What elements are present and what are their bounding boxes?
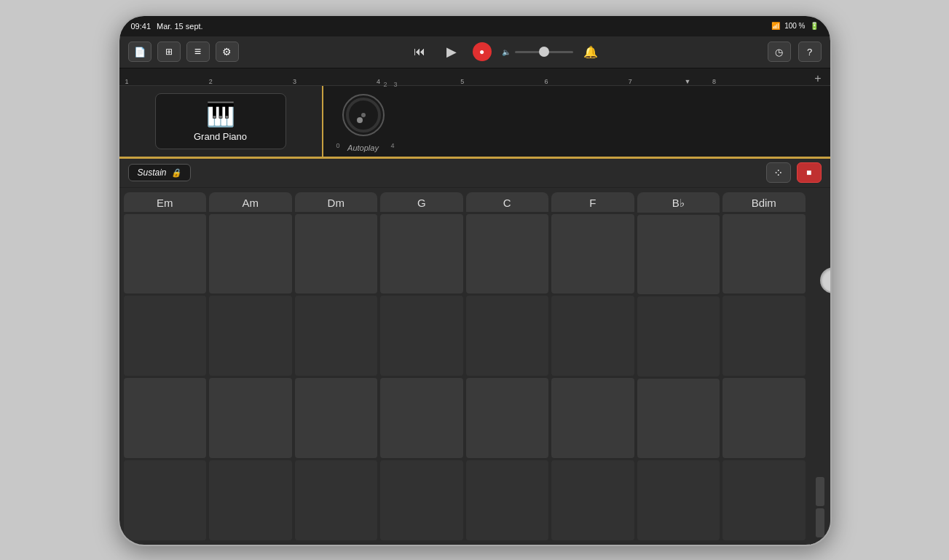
sustain-button[interactable]: Sustain 🔒: [128, 164, 191, 181]
tempo-icon: ◷: [775, 47, 783, 58]
chord-pad-c-4[interactable]: [466, 460, 549, 540]
lock-icon: 🔒: [171, 168, 181, 178]
autoplay-label: Autoplay: [347, 143, 379, 152]
chord-label-f: F: [551, 192, 634, 212]
chord-strip-c[interactable]: C: [466, 192, 549, 540]
knob-label-4: 4: [390, 142, 394, 149]
status-bar: 09:41 Mar. 15 sept. 📶 100 % 🔋: [119, 16, 830, 36]
instrument-name: Grand Piano: [194, 131, 247, 142]
chord-pad-dm-3[interactable]: [295, 378, 378, 458]
chord-pad-g-2[interactable]: [380, 296, 463, 376]
playhead-marker: ▼: [685, 78, 691, 85]
chord-pad-dm-1[interactable]: [295, 214, 378, 294]
autoplay-knob[interactable]: 2 3 0 4: [338, 90, 389, 141]
chord-pad-c-2[interactable]: [466, 296, 549, 376]
scroll-panel: [810, 188, 830, 545]
chord-pad-bb-1[interactable]: [637, 215, 720, 295]
knob-label-3: 3: [393, 81, 397, 88]
play-button[interactable]: ▶: [441, 41, 462, 63]
rewind-button[interactable]: ⏮: [409, 41, 430, 63]
chord-pad-g-3[interactable]: [380, 378, 463, 458]
add-section-button[interactable]: +: [814, 72, 821, 85]
chord-strip-em[interactable]: Em: [124, 192, 207, 540]
chord-pad-bdim-2[interactable]: [722, 296, 806, 376]
svg-point-3: [361, 113, 366, 117]
ruler-mark-8: 8: [712, 78, 716, 85]
status-time: 09:41: [131, 22, 151, 31]
chord-pad-g-4[interactable]: [380, 460, 463, 540]
chord-strip-g[interactable]: G: [380, 192, 463, 540]
tracks-icon: ⊞: [165, 47, 173, 57]
volume-control[interactable]: 🔈: [502, 48, 573, 56]
svg-point-2: [357, 117, 363, 123]
chord-pad-am-4[interactable]: [209, 460, 292, 540]
ipad-frame: 09:41 Mar. 15 sept. 📶 100 % 🔋 📄 ⊞ ≡ ⚙ ⏮: [118, 15, 832, 546]
instrument-selector[interactable]: 🎹 Grand Piano: [155, 93, 286, 149]
chord-label-em: Em: [124, 192, 207, 212]
battery-percent: 100 %: [784, 22, 805, 30]
toolbar: 📄 ⊞ ≡ ⚙ ⏮ ▶ ● 🔈 🔔: [119, 36, 830, 68]
scroll-indicator-1: [816, 477, 824, 506]
ruler-mark-1: 1: [125, 78, 129, 85]
chord-pad-f-2[interactable]: [551, 296, 634, 376]
tracks-button[interactable]: ⊞: [157, 42, 181, 62]
strip-record-icon: ■: [806, 167, 811, 178]
record-button[interactable]: ●: [473, 42, 492, 61]
chord-pad-bb-2[interactable]: [637, 296, 720, 376]
chord-pad-em-1[interactable]: [124, 214, 207, 294]
autoplay-section: 2 3 0 4 Autoplay: [338, 90, 389, 152]
sustain-label: Sustain: [138, 167, 167, 178]
chord-strip-bb[interactable]: B♭: [637, 192, 720, 540]
chord-label-bb: B♭: [637, 192, 720, 213]
chord-pad-bb-4[interactable]: [637, 460, 720, 540]
chord-label-dm: Dm: [295, 192, 378, 212]
help-button[interactable]: ?: [798, 42, 822, 62]
chord-strip-am[interactable]: Am: [209, 192, 292, 540]
battery-icon: 🔋: [810, 22, 819, 30]
chord-pad-f-3[interactable]: [551, 378, 634, 458]
chord-pad-bdim-3[interactable]: [722, 378, 806, 458]
strip-record-button[interactable]: ■: [797, 162, 822, 183]
chord-pad-am-1[interactable]: [209, 214, 292, 294]
chord-pad-am-3[interactable]: [209, 378, 292, 458]
chord-pad-dm-2[interactable]: [295, 296, 378, 376]
chord-pad-c-3[interactable]: [466, 378, 549, 458]
ruler-mark-7: 7: [629, 78, 632, 85]
chord-pad-bb-3[interactable]: [637, 379, 720, 459]
knob-label-2: 2: [383, 81, 387, 88]
settings-button[interactable]: ⚙: [216, 42, 239, 62]
ruler-mark-4: 4: [377, 78, 380, 85]
chord-display-button[interactable]: ⁘: [766, 162, 791, 183]
new-song-button[interactable]: 📄: [128, 42, 151, 62]
tempo-button[interactable]: ◷: [768, 42, 791, 62]
chord-strip-f[interactable]: F: [551, 192, 634, 540]
chord-pad-c-1[interactable]: [466, 214, 549, 294]
chord-strip-bdim[interactable]: Bdim: [722, 192, 806, 540]
track-content: 2 3 0 4 Autoplay: [323, 86, 830, 157]
chord-pad-bdim-1[interactable]: [722, 214, 806, 294]
timeline-ruler: 1 2 3 4 5 6 7 ▼ 8 +: [119, 68, 830, 86]
chord-pad-f-4[interactable]: [551, 460, 634, 540]
chords-grid: Em Am Dm: [119, 188, 810, 545]
wifi-icon: 📶: [771, 22, 780, 30]
chord-pad-g-1[interactable]: [380, 214, 463, 294]
chords-icon: ⁘: [773, 166, 783, 180]
chord-strip-dm[interactable]: Dm: [295, 192, 378, 540]
chord-pad-dm-4[interactable]: [295, 460, 378, 540]
chord-pad-em-4[interactable]: [124, 460, 207, 540]
tracks-area: 🎹 Grand Piano: [119, 86, 830, 159]
chord-pad-em-3[interactable]: [124, 378, 207, 458]
chord-pad-am-2[interactable]: [209, 296, 292, 376]
mixer-button[interactable]: ≡: [186, 42, 210, 62]
status-date: Mar. 15 sept.: [157, 22, 203, 31]
chord-pad-f-1[interactable]: [551, 214, 634, 294]
chord-pad-bdim-4[interactable]: [722, 460, 806, 540]
record-icon: ●: [479, 47, 484, 57]
metronome-button[interactable]: 🔔: [583, 45, 598, 59]
scroll-indicator-2: [816, 508, 824, 537]
ruler-mark-2: 2: [209, 78, 213, 85]
ruler-mark-5: 5: [460, 78, 464, 85]
settings-icon: ⚙: [222, 46, 232, 58]
chord-pad-em-2[interactable]: [124, 296, 207, 376]
track-header: 🎹 Grand Piano: [119, 86, 323, 157]
